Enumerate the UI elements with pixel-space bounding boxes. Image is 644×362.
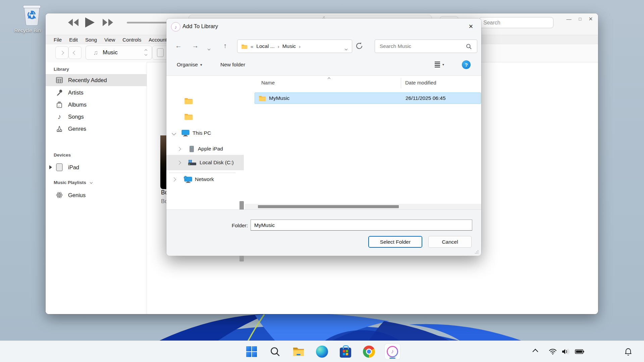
chevron-right-icon[interactable] [177, 161, 181, 165]
column-header-name[interactable]: Name [261, 80, 275, 85]
view-options-button[interactable]: ▾ [435, 62, 444, 67]
tree-item-network[interactable]: Network [166, 174, 244, 185]
folder-label: Folder: [229, 223, 248, 229]
taskbar: ♪ [0, 341, 644, 362]
music-note-icon: ♪ [55, 113, 63, 121]
file-explorer-button[interactable] [291, 344, 306, 359]
folder-name-input[interactable] [251, 220, 472, 231]
atom-icon [55, 191, 63, 199]
tree-item-this-pc[interactable]: This PC [166, 128, 244, 138]
file-date-modified: 26/11/2025 06:45 [406, 95, 446, 101]
album-icon: ♪ [55, 101, 63, 109]
fast-forward-button[interactable] [100, 18, 115, 28]
nav-back-button[interactable] [55, 46, 68, 59]
tree-item-local-disk[interactable]: Local Disk (C:) [166, 155, 244, 170]
microphone-icon [55, 88, 63, 97]
select-folder-button[interactable]: Select Folder [368, 236, 422, 248]
itunes-search-input[interactable] [479, 17, 553, 28]
recent-locations-icon[interactable] [208, 44, 210, 52]
address-bar[interactable]: « Local ... › Music › [237, 40, 352, 53]
horizontal-scrollbar[interactable] [245, 204, 481, 209]
nav-forward-button[interactable] [68, 46, 82, 59]
tray-expand-button[interactable] [533, 341, 537, 362]
sidebar-item-songs[interactable]: ♪ Songs [46, 111, 147, 123]
close-icon[interactable]: × [589, 15, 593, 23]
breadcrumb-segment[interactable]: Music [282, 43, 296, 49]
up-icon[interactable]: ↑ [223, 42, 227, 50]
desktop: Recycle Bin — □ [0, 0, 644, 362]
tree-separator [169, 173, 235, 173]
add-to-library-dialog: ♪ Add To Library × ← → ↑ « Local ... › M… [166, 18, 481, 255]
menu-account[interactable]: Account [149, 37, 167, 43]
new-folder-button[interactable]: New folder [220, 62, 245, 68]
chrome-button[interactable] [361, 344, 377, 359]
file-list-pane: Name Date modified MyMusic 26/11/2025 06… [245, 76, 481, 209]
resize-grip[interactable] [475, 250, 479, 254]
menu-controls[interactable]: Controls [122, 37, 141, 43]
minimize-icon[interactable]: — [566, 16, 571, 22]
start-button[interactable] [244, 344, 259, 359]
sidebar-item-ipad[interactable]: iPad [46, 161, 147, 173]
close-icon[interactable]: × [465, 21, 477, 32]
tree-folder-stub[interactable] [166, 95, 244, 106]
bell-icon [625, 348, 632, 356]
network-icon [183, 176, 192, 183]
menu-song[interactable]: Song [85, 37, 97, 43]
file-name: MyMusic [269, 95, 289, 101]
itunes-button[interactable]: ♪ [385, 344, 400, 359]
menu-file[interactable]: File [54, 37, 62, 43]
expand-arrow-icon[interactable] [49, 165, 52, 169]
forward-icon[interactable]: → [192, 42, 199, 50]
notification-bell-button[interactable] [625, 341, 632, 362]
device-icon [189, 145, 194, 153]
tree-item-apple-ipad[interactable]: Apple iPad [166, 143, 244, 154]
active-app-indicator [389, 358, 395, 359]
menu-view[interactable]: View [104, 37, 115, 43]
breadcrumb-segment[interactable]: Local ... [256, 43, 274, 49]
help-button[interactable]: ? [462, 60, 471, 69]
media-picker-dropdown[interactable]: ♫ Music [86, 46, 152, 60]
rewind-button[interactable] [66, 18, 81, 28]
media-picker-label: Music [103, 49, 117, 56]
view-mode-button[interactable] [152, 46, 168, 60]
itunes-icon: ♪ [387, 346, 398, 357]
library-section-header: Library [54, 67, 69, 72]
taskbar-search-button[interactable] [267, 344, 283, 359]
list-view-icon [435, 62, 440, 67]
column-divider[interactable] [401, 78, 401, 88]
maximize-icon[interactable]: □ [579, 16, 581, 21]
itunes-app-icon: ♪ [171, 22, 180, 32]
dialog-search-input[interactable] [375, 40, 477, 53]
sidebar-item-recently-added[interactable]: Recently Added [46, 74, 147, 86]
file-row-mymusic[interactable]: MyMusic 26/11/2025 06:45 [255, 93, 481, 104]
microsoft-store-button[interactable] [338, 344, 353, 359]
ipad-icon [55, 163, 63, 171]
chevron-down-icon[interactable] [172, 131, 176, 135]
address-dropdown-icon[interactable] [345, 45, 347, 51]
album-artwork[interactable] [160, 135, 167, 189]
chevron-right-icon[interactable] [172, 177, 176, 182]
refresh-icon[interactable] [355, 42, 364, 50]
chevron-right-icon[interactable] [177, 147, 181, 151]
sidebar-item-artists[interactable]: Artists [46, 86, 147, 99]
organise-dropdown[interactable]: Organise ▾ [177, 62, 202, 68]
disk-icon [188, 160, 197, 166]
horizontal-scrollbar-thumb[interactable] [258, 205, 399, 208]
cancel-button[interactable]: Cancel [428, 236, 472, 248]
back-icon[interactable]: ← [175, 42, 182, 50]
playlists-section-header[interactable]: Music Playlists [54, 180, 92, 185]
sidebar-item-albums[interactable]: ♪ Albums [46, 99, 147, 111]
recycle-bin-label: Recycle Bin [8, 27, 47, 33]
play-button[interactable] [85, 17, 95, 29]
sidebar-item-genius[interactable]: Genius [46, 189, 147, 201]
menu-edit[interactable]: Edit [69, 37, 78, 43]
monitor-icon [181, 130, 190, 136]
edge-icon [316, 346, 328, 358]
column-header-date-modified[interactable]: Date modified [405, 80, 436, 85]
recycle-bin-shortcut[interactable]: Recycle Bin [8, 3, 47, 37]
tree-folder-stub[interactable] [166, 111, 244, 122]
edge-button[interactable] [314, 344, 330, 359]
sidebar-item-genres[interactable]: Genres [46, 123, 147, 135]
volume-slider[interactable] [127, 22, 168, 23]
system-tray[interactable] [549, 341, 584, 362]
